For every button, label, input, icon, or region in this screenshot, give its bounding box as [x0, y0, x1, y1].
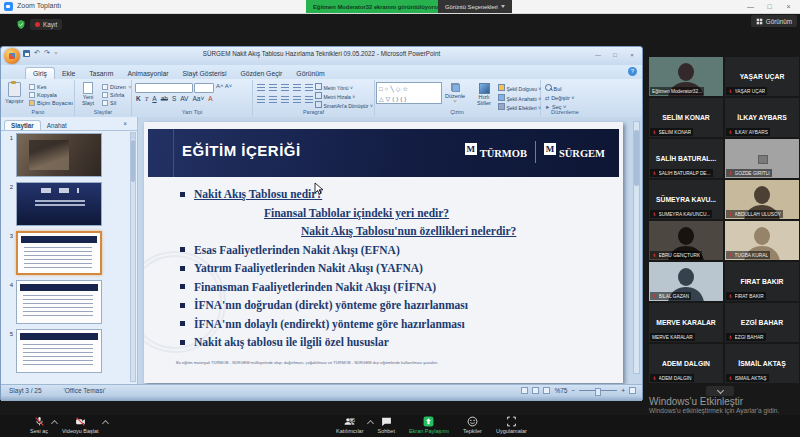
participant-tile[interactable]: TUĞBA KURAL: [725, 221, 799, 260]
ribbon-tab[interactable]: Tasarım: [82, 68, 120, 79]
toolbar-camera-off[interactable]: Videoyu Başlat: [62, 416, 99, 434]
participant-tile[interactable]: Eğitmen Moderator32...: [649, 57, 723, 96]
pane-scrollbar[interactable]: [130, 132, 136, 382]
pane-close-icon[interactable]: ×: [123, 120, 127, 127]
quick-styles-button[interactable]: Hızlı Stiller: [472, 83, 496, 106]
format-painter-button[interactable]: Biçim Boyacısı: [29, 99, 73, 107]
chevron-up-icon[interactable]: [102, 420, 109, 427]
slide-thumbnail[interactable]: 1: [5, 133, 102, 177]
participant-tile[interactable]: EZGİ BAHAR EZGİ BAHAR: [725, 303, 799, 342]
zoom-close-button[interactable]: ×: [779, 0, 798, 13]
paste-button[interactable]: Yapıştır: [5, 82, 24, 104]
delete-slide-button[interactable]: Sil: [102, 99, 132, 107]
toolbar-mic-off[interactable]: Sesi aç: [30, 416, 48, 434]
copy-button[interactable]: Kopyala: [29, 91, 73, 99]
chevron-up-icon[interactable]: [51, 420, 58, 427]
participant-tile[interactable]: SALİH BATURAL... SALİH BATURALP DE...: [649, 139, 723, 178]
toolbar-reactions[interactable]: Tepkiler: [463, 416, 482, 434]
arrange-button[interactable]: Düzenle: [445, 83, 465, 103]
ribbon-tab[interactable]: Slayt Gösterisi: [176, 68, 234, 79]
change-case-button[interactable]: Aa˅: [192, 95, 204, 102]
text-direction-button[interactable]: Metin Yönü ˅: [315, 83, 373, 92]
align-text-button[interactable]: Metni Hizala ˅: [315, 92, 373, 101]
fit-to-window-button[interactable]: [629, 387, 636, 394]
font-size-input[interactable]: [194, 83, 214, 93]
slide-sorter-button[interactable]: [532, 387, 539, 394]
layout-button[interactable]: Düzen: [102, 83, 132, 91]
zoom-in-button[interactable]: +: [621, 387, 625, 394]
align-left-button[interactable]: [257, 96, 265, 103]
toolbar-chat[interactable]: Sohbet: [378, 416, 395, 434]
normal-view-button[interactable]: [521, 387, 528, 394]
find-button[interactable]: Bul: [545, 84, 575, 94]
strikethrough-button[interactable]: ab: [161, 95, 168, 102]
pane-tab-slides[interactable]: Slaytlar: [4, 120, 41, 130]
ribbon-tab[interactable]: Gözden Geçir: [233, 68, 289, 79]
help-icon[interactable]: ?: [628, 67, 637, 76]
shadow-button[interactable]: S: [172, 95, 176, 102]
reset-button[interactable]: Sıfırla: [102, 91, 132, 99]
participant-tile[interactable]: SELİM KONAR SELİM KONAR: [649, 98, 723, 137]
participant-tile[interactable]: İSMAİL AKTAŞ İSMAİL AKTAŞ: [725, 344, 799, 383]
cut-button[interactable]: Kes: [29, 83, 73, 91]
grow-shrink-font-buttons[interactable]: A˄ A˅: [216, 83, 232, 89]
bullets-button[interactable]: [257, 84, 265, 91]
numbering-button[interactable]: [269, 84, 277, 91]
font-name-input[interactable]: [135, 83, 193, 93]
pane-tab-outline[interactable]: Anahat: [41, 121, 73, 130]
zoom-minimize-button[interactable]: —: [741, 0, 760, 13]
italic-button[interactable]: T: [145, 95, 149, 102]
participant-tile[interactable]: GÖZDE GIRITLI: [725, 139, 799, 178]
ppt-minimize-button[interactable]: —: [590, 49, 606, 60]
ppt-maximize-button[interactable]: □: [607, 49, 623, 60]
slideshow-button[interactable]: [543, 387, 550, 394]
columns-button[interactable]: [305, 96, 313, 103]
participant-tile[interactable]: ADEM DALGIN ADEM DALGIN: [649, 344, 723, 383]
toolbar-apps[interactable]: Uygulamalar: [496, 416, 527, 434]
zoom-maximize-button[interactable]: □: [760, 0, 779, 13]
slide-thumbnail[interactable]: 5: [5, 329, 102, 373]
shape-fill-button[interactable]: Şekil Dolgusu ˅: [498, 84, 541, 94]
ppt-close-button[interactable]: ×: [624, 49, 640, 60]
decrease-indent-button[interactable]: [281, 84, 289, 91]
shape-outline-button[interactable]: Şekil Anahattı ˅: [498, 94, 541, 104]
align-center-button[interactable]: [269, 96, 277, 103]
slide-thumbnail[interactable]: 4: [5, 280, 102, 324]
toolbar-screen-share[interactable]: Ekran Paylaşımı: [409, 416, 449, 434]
new-slide-button[interactable]: Yeni Slayt: [76, 82, 100, 106]
underline-button[interactable]: A: [152, 95, 156, 102]
bold-button[interactable]: K: [136, 95, 141, 102]
zoom-out-button[interactable]: −: [571, 387, 575, 394]
zoom-meeting-window: Zoom Toplantı Eğitmen Moderator32 ekranı…: [0, 0, 800, 437]
slide-thumbnail[interactable]: 3: [5, 231, 102, 275]
ribbon-tab[interactable]: Ekle: [55, 68, 82, 79]
participant-tile[interactable]: YAŞAR UÇAR YAŞAR UÇAR: [725, 57, 799, 96]
shapes-gallery[interactable]: □○╲◇☆△▽(){}: [376, 82, 442, 104]
slide-scrollbar[interactable]: [633, 121, 640, 374]
participant-tile[interactable]: MERVE KARALAR MERVE KARALAR: [649, 303, 723, 342]
justify-button[interactable]: [293, 96, 301, 103]
ribbon-tab[interactable]: Animasyonlar: [120, 68, 175, 79]
participant-tile[interactable]: ABDULLAH ULUSOY: [725, 180, 799, 219]
participant-tile[interactable]: SÜMEYRA KAVU... SÜMEYRA KAVUNCU...: [649, 180, 723, 219]
toolbar-participants[interactable]: Katılımcılar 65: [336, 416, 364, 434]
slide-thumbnail[interactable]: 2: [5, 182, 102, 226]
chevron-up-icon[interactable]: [366, 420, 373, 427]
ribbon-tab[interactable]: Görünüm: [289, 68, 331, 79]
line-spacing-button[interactable]: [305, 84, 313, 91]
participant-tile[interactable]: EBRU GENÇTÜRK: [649, 221, 723, 260]
slide-canvas[interactable]: EĞİTİM İÇERİĞİ M TÜRMOB M SÜRGEM: [144, 122, 623, 383]
participant-tile[interactable]: İLKAY AYBARS İLKAY AYBARS: [725, 98, 799, 137]
view-layout-button[interactable]: Görünüm: [751, 15, 797, 27]
increase-indent-button[interactable]: [293, 84, 301, 91]
replace-button[interactable]: ⇄ Değiştir ˅: [545, 94, 575, 103]
participant-tile[interactable]: BİLAL GAZAN: [649, 262, 723, 301]
participant-tile[interactable]: FIRAT BAKIR FIRAT BAKIR: [725, 262, 799, 301]
ribbon-tab[interactable]: Giriş: [25, 67, 55, 79]
align-right-button[interactable]: [281, 96, 289, 103]
zoom-slider[interactable]: [579, 390, 617, 391]
collapse-gallery-button[interactable]: [706, 386, 734, 396]
font-color-button[interactable]: A: [208, 95, 212, 102]
view-options-button[interactable]: Görüntü Seçenekleri: [438, 0, 512, 13]
character-spacing-button[interactable]: AV: [180, 95, 188, 102]
